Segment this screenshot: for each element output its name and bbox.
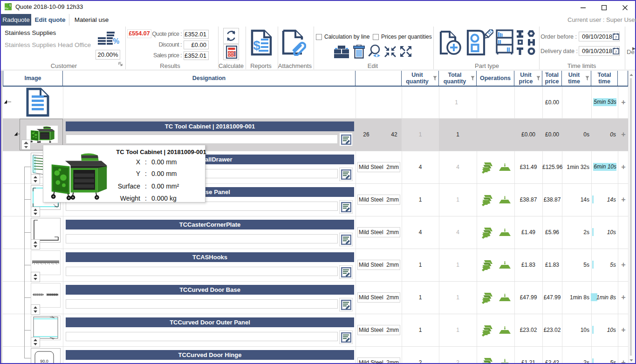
svg-text:7: 7 [615, 50, 617, 54]
svg-text:%: % [113, 37, 119, 45]
svg-text:Q: Q [9, 4, 11, 7]
svg-text:7: 7 [615, 35, 617, 40]
svg-text:$: $ [253, 38, 260, 53]
svg-text:90.0: 90.0 [40, 359, 48, 363]
svg-text:Ra: Ra [5, 7, 8, 10]
